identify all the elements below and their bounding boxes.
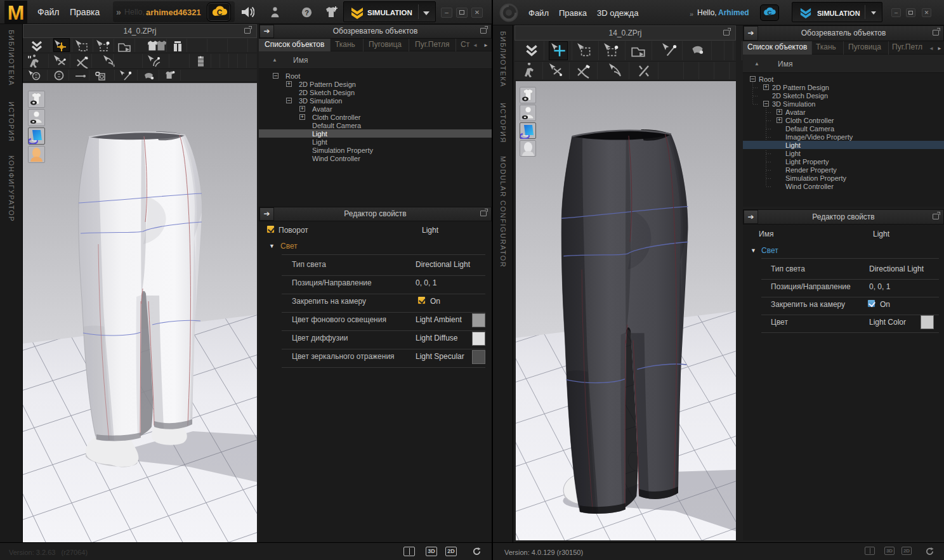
svg-text:C: C bbox=[768, 9, 772, 16]
svg-text:M: M bbox=[8, 1, 25, 23]
svg-text:C: C bbox=[217, 8, 223, 17]
svg-text:?: ? bbox=[305, 9, 309, 16]
